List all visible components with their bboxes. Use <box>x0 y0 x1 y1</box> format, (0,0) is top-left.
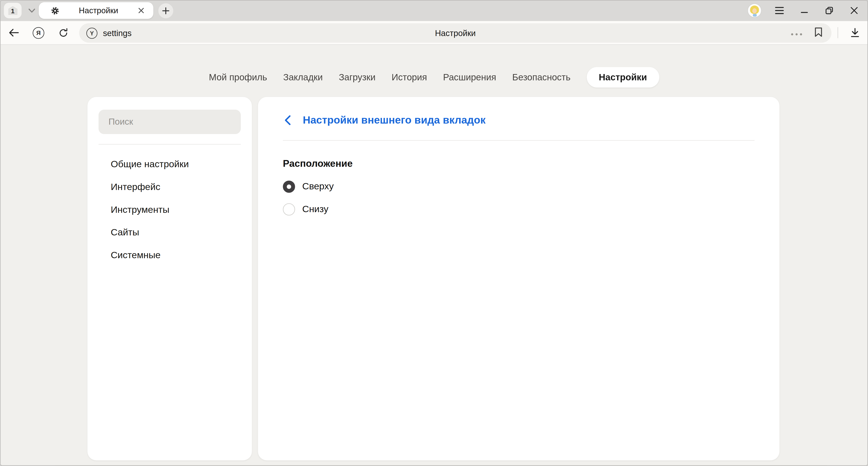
nav-tab-security[interactable]: Безопасность <box>512 72 571 82</box>
nav-tab-bookmarks[interactable]: Закладки <box>283 72 323 82</box>
panel-back-button[interactable] <box>283 115 292 126</box>
search-input[interactable] <box>98 117 241 127</box>
bookmark-button[interactable] <box>814 27 823 39</box>
restore-icon <box>825 6 834 15</box>
page-title: Настройки <box>79 28 832 37</box>
nav-tab-history[interactable]: История <box>392 72 427 82</box>
downloads-button[interactable] <box>843 21 867 44</box>
settings-panel: Настройки внешнего вида вкладок Располож… <box>258 97 779 460</box>
tab-title: Настройки <box>59 6 138 15</box>
nav-tab-extensions[interactable]: Расширения <box>443 72 496 82</box>
window-close-button[interactable] <box>841 0 866 21</box>
sidebar-item-system[interactable]: Системные <box>88 244 252 266</box>
browser-tab-settings[interactable]: Настройки <box>39 2 153 19</box>
minimize-button[interactable] <box>792 0 816 21</box>
radio-label: Сверху <box>302 181 334 192</box>
plus-icon <box>162 7 169 14</box>
download-icon <box>850 28 859 38</box>
menu-icon <box>775 7 783 14</box>
tab-group-badge: 1 <box>8 6 18 15</box>
window-controls <box>742 0 866 21</box>
sidebar-item-interface[interactable]: Интерфейс <box>88 176 252 199</box>
sidebar-search[interactable] <box>98 110 241 134</box>
settings-sidebar: Общие настройки Интерфейс Инструменты Са… <box>88 97 252 460</box>
ellipsis-icon <box>790 32 803 36</box>
sidebar-divider <box>98 144 241 145</box>
tab-group-button[interactable]: 1 <box>4 3 22 18</box>
radio-option-top[interactable]: Сверху <box>283 181 779 193</box>
panel-title: Настройки внешнего вида вкладок <box>303 114 486 126</box>
radio-option-bottom[interactable]: Снизу <box>283 203 779 215</box>
profile-avatar-button[interactable] <box>742 0 767 21</box>
radio-selected-icon[interactable] <box>283 181 295 193</box>
radio-label: Снизу <box>302 204 329 215</box>
sidebar-item-tools[interactable]: Инструменты <box>88 198 252 221</box>
tab-list-dropdown-button[interactable] <box>25 3 38 18</box>
settings-nav: Мой профиль Закладки Загрузки История Ра… <box>0 66 868 88</box>
yandex-home-button[interactable]: Я <box>26 21 51 44</box>
back-chevron-icon <box>284 115 290 125</box>
window-close-icon <box>850 7 858 14</box>
address-bar[interactable]: Y settings Настройки <box>79 23 832 42</box>
sidebar-item-sites[interactable]: Сайты <box>88 221 252 244</box>
refresh-icon <box>58 27 69 38</box>
radio-unselected-icon[interactable] <box>283 203 295 215</box>
window-tab-bar: 1 Настройки <box>0 0 868 21</box>
refresh-button[interactable] <box>51 21 76 44</box>
avatar <box>748 4 761 17</box>
tab-group-count: 1 <box>11 8 14 14</box>
panel-divider <box>283 140 754 141</box>
minimize-icon <box>800 7 808 14</box>
restore-button[interactable] <box>816 0 841 21</box>
browser-menu-button[interactable] <box>767 0 792 21</box>
tab-close-icon[interactable] <box>138 7 145 14</box>
sidebar-item-general[interactable]: Общие настройки <box>88 153 252 176</box>
back-icon <box>8 28 19 37</box>
nav-tab-downloads[interactable]: Загрузки <box>339 72 375 82</box>
yandex-logo-icon: Я <box>33 27 44 39</box>
back-button[interactable] <box>1 21 26 44</box>
address-toolbar: Я Y settings Настройки <box>0 21 868 45</box>
url-text: settings <box>103 28 131 37</box>
chevron-down-icon <box>28 8 35 13</box>
section-heading: Расположение <box>283 158 779 170</box>
nav-tab-profile[interactable]: Мой профиль <box>209 72 267 82</box>
panel-header: Настройки внешнего вида вкладок <box>258 97 779 126</box>
browser-window: 1 Настройки <box>0 0 868 466</box>
bookmark-icon <box>814 27 823 37</box>
new-tab-button[interactable] <box>158 3 174 18</box>
sidebar-list: Общие настройки Интерфейс Инструменты Са… <box>88 153 252 266</box>
page-actions-button[interactable] <box>790 28 803 38</box>
gear-icon <box>51 6 59 14</box>
toolbar-divider <box>838 27 838 38</box>
nav-tab-settings[interactable]: Настройки <box>587 67 659 87</box>
